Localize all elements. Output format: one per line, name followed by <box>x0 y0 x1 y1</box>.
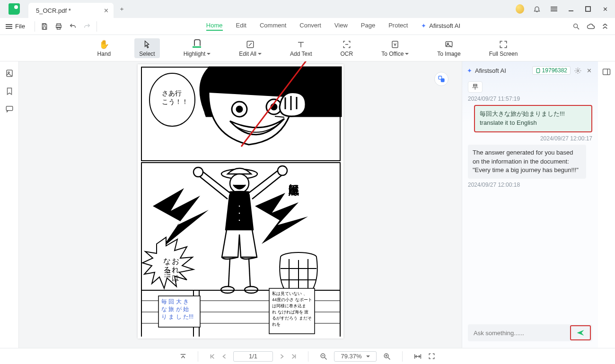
title-bar: 5_OCR.pdf * ✕ ＋ ✕ <box>0 0 615 18</box>
svg-rect-62 <box>536 69 540 73</box>
send-button[interactable] <box>570 325 591 340</box>
timestamp: 2024/09/27 12:00:17 <box>540 135 592 142</box>
highlight-tool[interactable]: Highlight <box>179 38 216 58</box>
svg-text:おれは: おれは <box>171 252 179 282</box>
premium-icon[interactable] <box>516 5 524 13</box>
svg-text:り ま し た!!!: り ま し た!!! <box>161 313 193 320</box>
zoom-in-icon[interactable] <box>383 353 391 360</box>
scroll-top-icon[interactable] <box>180 353 186 360</box>
redo-icon[interactable] <box>83 23 91 30</box>
app-logo <box>0 0 28 18</box>
svg-line-70 <box>325 357 326 359</box>
menu-afirstsoft-ai[interactable]: ✦ Afirstsoft AI <box>421 22 460 31</box>
bell-icon[interactable] <box>533 5 541 13</box>
ai-panel-header: ✦ Afirstsoft AI 19796382 ✕ <box>462 61 598 79</box>
fit-width-icon[interactable] <box>414 353 422 360</box>
document-tab[interactable]: 5_OCR.pdf * ✕ <box>28 3 114 18</box>
quick-access-toolbar <box>39 23 93 30</box>
svg-line-8 <box>577 27 579 29</box>
ocr-tool[interactable]: OCR <box>336 38 358 58</box>
right-toolbar <box>598 61 615 348</box>
menu-convert[interactable]: Convert <box>299 22 321 31</box>
full-screen-tool[interactable]: Full Screen <box>484 38 523 58</box>
workspace: さあ行 こう！！ <box>0 61 615 348</box>
menu-home[interactable]: Home <box>206 22 223 31</box>
ai-panel: ✦ Afirstsoft AI 19796382 ✕ 早 2024/09/27 … <box>462 61 598 348</box>
ai-message: The answer generated for you based on th… <box>468 145 586 179</box>
file-menu[interactable]: File <box>0 23 31 30</box>
zoom-indicator[interactable]: 79.37% <box>334 351 377 362</box>
svg-point-29 <box>230 174 249 193</box>
close-panel-icon[interactable]: ✕ <box>585 66 593 75</box>
hand-tool[interactable]: ✋Hand <box>93 38 116 58</box>
to-office-tool[interactable]: To Office <box>377 38 413 58</box>
svg-point-21 <box>271 104 277 110</box>
menu-page[interactable]: Page <box>361 22 375 31</box>
svg-rect-15 <box>6 106 13 111</box>
first-page-icon[interactable] <box>210 354 215 359</box>
search-icon[interactable] <box>572 23 580 30</box>
comments-icon[interactable] <box>5 105 14 113</box>
divider <box>97 21 97 32</box>
menu-protect[interactable]: Protect <box>388 22 408 31</box>
svg-point-33 <box>193 167 203 177</box>
add-text-tool[interactable]: Add Text <box>285 38 316 58</box>
quick-chip[interactable]: 早 <box>468 81 483 93</box>
svg-text:毎 回 大 き: 毎 回 大 き <box>161 298 189 305</box>
svg-rect-3 <box>43 26 45 29</box>
window-controls: ✕ <box>516 0 615 18</box>
translate-badge[interactable] <box>434 72 448 86</box>
svg-point-19 <box>237 106 242 112</box>
tab-title: 5_OCR.pdf * <box>36 7 71 14</box>
ask-input[interactable] <box>474 329 571 337</box>
print-icon[interactable] <box>55 23 62 30</box>
prev-page-icon[interactable] <box>222 354 227 359</box>
speech-go: さあ行 <box>162 89 182 97</box>
save-icon[interactable] <box>41 23 48 30</box>
left-toolbar <box>0 61 19 348</box>
svg-text:るがすだろう まだそ: るがすだろう まだそ <box>272 316 312 321</box>
svg-point-31 <box>238 212 240 215</box>
document-id-badge[interactable]: 19796382 <box>532 66 571 75</box>
svg-text:44度の小さ なポート: 44度の小さ なポート <box>272 297 312 302</box>
svg-text:れを: れを <box>272 322 281 327</box>
collapse-icon[interactable] <box>602 23 608 30</box>
svg-rect-1 <box>586 7 590 11</box>
svg-point-32 <box>238 219 240 222</box>
menu-view[interactable]: View <box>334 22 348 31</box>
ribbon: ✋Hand Select Highlight Edit All Add Text… <box>0 35 615 61</box>
ai-label: Afirstsoft AI <box>429 22 460 29</box>
settings-icon[interactable] <box>573 66 582 75</box>
edit-all-tool[interactable]: Edit All <box>234 38 266 58</box>
page-indicator[interactable]: 1/1 <box>233 351 273 362</box>
document-view[interactable]: さあ行 こう！！ <box>19 61 462 348</box>
cloud-icon[interactable] <box>587 23 595 30</box>
svg-point-7 <box>574 24 578 27</box>
page: さあ行 こう！！ <box>138 64 343 338</box>
timestamp: 2024/09/27 12:00:18 <box>468 182 592 188</box>
add-tab-button[interactable]: ＋ <box>114 0 130 18</box>
svg-text:私は見ていない 、: 私は見ていない 、 <box>272 291 308 296</box>
panel-toggle-icon[interactable] <box>602 68 611 76</box>
maximize-icon[interactable] <box>584 5 592 13</box>
svg-rect-10 <box>392 41 398 48</box>
minimize-icon[interactable] <box>567 5 575 13</box>
bookmarks-icon[interactable] <box>6 87 13 95</box>
ai-spark-icon: ✦ <box>421 22 426 29</box>
fit-page-icon[interactable] <box>428 353 435 360</box>
undo-icon[interactable] <box>69 23 77 30</box>
thumbnails-icon[interactable] <box>5 69 14 78</box>
close-tab-icon[interactable]: ✕ <box>102 7 110 14</box>
zoom-out-icon[interactable] <box>320 353 327 360</box>
to-image-tool[interactable]: To Image <box>432 38 465 58</box>
next-page-icon[interactable] <box>280 354 284 359</box>
file-label: File <box>15 23 25 30</box>
menu-icon[interactable] <box>550 5 558 13</box>
menu-comment[interactable]: Comment <box>260 22 286 31</box>
last-page-icon[interactable] <box>291 354 297 359</box>
manga-page-content: さあ行 こう！！ <box>138 64 343 338</box>
timestamp: 2024/09/27 11:57:19 <box>468 95 592 102</box>
close-window-icon[interactable]: ✕ <box>601 5 609 13</box>
menu-edit[interactable]: Edit <box>236 22 246 31</box>
select-tool[interactable]: Select <box>134 38 159 58</box>
